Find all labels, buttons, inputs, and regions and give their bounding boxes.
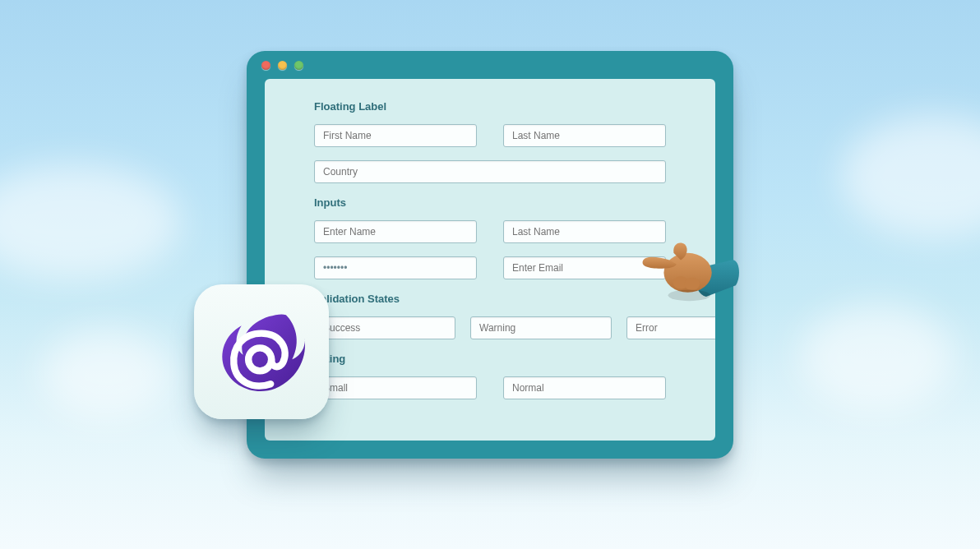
cloud-decor xyxy=(0,164,181,279)
form-pane: Floating Label Inputs Validation States … xyxy=(265,79,715,441)
section-title-validation: Validation States xyxy=(314,293,666,305)
cloud-decor xyxy=(840,115,980,238)
section-title-sizing: Sizing xyxy=(314,353,666,365)
first-name-input[interactable] xyxy=(314,124,477,147)
small-input[interactable] xyxy=(314,376,477,399)
country-input[interactable] xyxy=(314,160,666,183)
warning-input[interactable] xyxy=(470,316,612,339)
normal-input[interactable] xyxy=(503,376,666,399)
last-name-input[interactable] xyxy=(503,124,666,147)
blazor-app-icon xyxy=(194,284,329,419)
password-input[interactable] xyxy=(314,256,477,279)
blazor-flame-at-icon xyxy=(215,306,307,398)
window-titlebar xyxy=(247,51,733,79)
close-icon[interactable] xyxy=(261,61,270,70)
cloud-decor xyxy=(41,329,173,419)
cloud-decor xyxy=(799,304,955,411)
section-title-inputs: Inputs xyxy=(314,196,666,209)
maximize-icon[interactable] xyxy=(294,61,303,70)
minimize-icon[interactable] xyxy=(278,61,287,70)
section-title-floating-label: Floating Label xyxy=(314,100,666,113)
enter-name-input[interactable] xyxy=(314,220,477,243)
last-name-input-2[interactable] xyxy=(503,220,666,243)
enter-email-input[interactable] xyxy=(503,256,666,279)
error-input[interactable] xyxy=(626,316,715,339)
success-input[interactable] xyxy=(314,316,455,339)
